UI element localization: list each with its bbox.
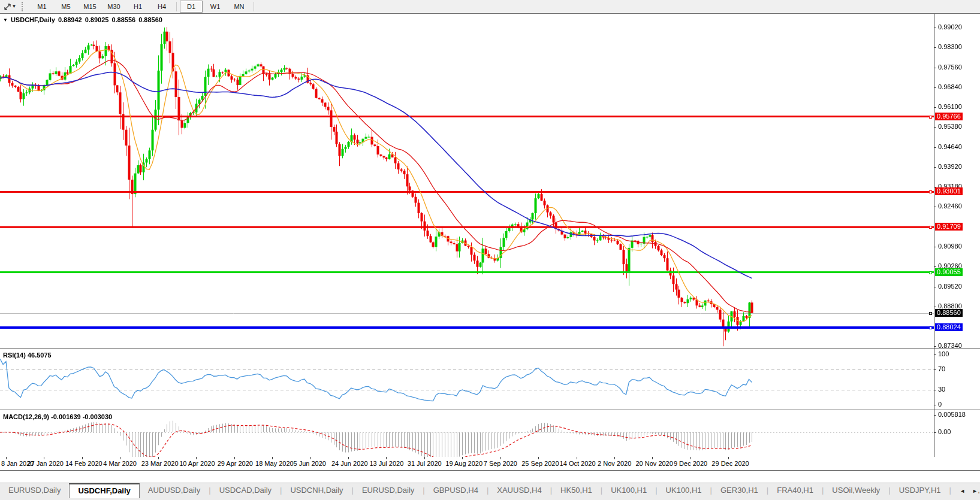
ohlc-close: 0.88560 [138, 16, 162, 23]
chart-tab-bar: EURUSD,DailyUSDCHF,DailyAUDUSD,Daily|USD… [0, 483, 980, 500]
date-tick-mark [348, 457, 349, 459]
date-axis-label: 18 May 2020 [255, 460, 294, 467]
line-anchor-marker[interactable] [929, 271, 932, 274]
date-axis-label: 4 Mar 2020 [103, 460, 137, 467]
axis-tick-mark [934, 307, 936, 307]
timeframe-button-m15[interactable]: M15 [79, 1, 101, 13]
date-axis-label: 9 Dec 2020 [674, 460, 707, 467]
line-anchor-marker[interactable] [929, 312, 932, 315]
axis-tick-mark [934, 87, 936, 88]
chart-tab-ger30-h1[interactable]: GER30,H1 [712, 483, 767, 498]
price-axis-label: 0.98300 [938, 43, 962, 50]
date-tick-mark [120, 457, 120, 459]
price-axis-label: 0.93920 [938, 163, 962, 170]
rsi-chart-canvas[interactable] [0, 349, 934, 410]
chart-tab-hk50-h1[interactable]: HK50,H1 [552, 483, 601, 498]
price-axis-label: 0.95380 [938, 123, 962, 130]
timeframe-button-m30[interactable]: M30 [102, 1, 125, 13]
left-arrow-icon[interactable]: ◄ [960, 487, 965, 495]
date-tick-mark [234, 457, 235, 459]
ohlc-high: 0.89025 [85, 16, 109, 23]
panel-divider[interactable] [0, 410, 980, 410]
chart-tab-usdcnh-daily[interactable]: USDCNH,Daily [282, 483, 351, 498]
price-badge-resistance-line: 0.93001 [935, 187, 963, 195]
axis-tick-mark [934, 432, 936, 433]
price-badge-current-price: 0.88560 [935, 309, 963, 317]
date-tick-mark [44, 457, 44, 459]
toolbar-separator [176, 2, 177, 11]
date-axis-label: 7 Sep 2020 [484, 460, 517, 467]
chart-tab-usdjpy-h1[interactable]: USDJPY,H1 [891, 483, 949, 498]
cursor-tool-icon [4, 4, 11, 10]
chart-tab-gbpusd-h4[interactable]: GBPUSD,H4 [425, 483, 487, 498]
date-tick-mark [538, 457, 539, 459]
date-axis-label: 24 Jun 2020 [331, 460, 368, 467]
line-anchor-marker[interactable] [929, 190, 932, 193]
timeframe-button-m1[interactable]: M1 [31, 1, 53, 13]
timeframe-button-h1[interactable]: H1 [126, 1, 149, 13]
cursor-tool-button[interactable]: ▼ [1, 1, 19, 12]
date-axis-label: 31 Jul 2020 [408, 460, 442, 467]
timeframe-button-m5[interactable]: M5 [55, 1, 77, 13]
chart-menu-icon[interactable]: ▼ [3, 17, 8, 23]
toolbar-grip[interactable] [22, 2, 27, 11]
line-anchor-marker[interactable] [929, 226, 932, 229]
chart-tab-usdchf-daily[interactable]: USDCHF,Daily [69, 483, 139, 498]
axis-tick-mark [934, 68, 936, 68]
date-axis-label: 29 Apr 2020 [218, 460, 253, 467]
chart-tab-usoil-weekly[interactable]: USOil,Weekly [824, 483, 888, 498]
line-anchor-marker[interactable] [929, 326, 932, 329]
panel-divider[interactable] [0, 348, 980, 349]
axis-tick-mark [934, 47, 936, 48]
toolbar-separator [254, 2, 254, 11]
date-axis-label: 10 Apr 2020 [179, 460, 215, 467]
date-tick-mark [652, 457, 653, 459]
chart-tab-eurusd-daily[interactable]: EURUSD,Daily [354, 483, 423, 498]
price-chart-canvas[interactable] [0, 14, 934, 348]
price-axis-label: 0.96840 [938, 83, 962, 90]
date-tick-mark [272, 457, 273, 459]
price-badge-support-line: 0.90055 [935, 268, 963, 276]
timeframe-button-h4[interactable]: H4 [150, 1, 173, 13]
timeframe-button-d1[interactable]: D1 [180, 1, 203, 13]
chart-tab-audusd-daily[interactable]: AUDUSD,Daily [140, 483, 209, 498]
date-axis-label: 2 Nov 2020 [598, 460, 631, 467]
ohlc-low: 0.88556 [111, 16, 135, 23]
chart-tab-usdcad-daily[interactable]: USDCAD,Daily [211, 483, 280, 498]
chart-symbol-label: USDCHF,Daily [11, 16, 55, 23]
chart-tab-uk100-h1[interactable]: UK100,H1 [602, 483, 655, 498]
tab-scroll-arrows: ◄► [955, 487, 978, 495]
axis-tick-mark [934, 390, 936, 390]
axis-tick-mark [934, 287, 936, 287]
timeframe-button-w1[interactable]: W1 [204, 1, 227, 13]
macd-axis-label: 0.005818 [938, 411, 966, 418]
date-tick-mark [386, 457, 387, 459]
rsi-indicator-label: RSI(14) 46.5075 [3, 351, 52, 359]
date-tick-mark [500, 457, 501, 459]
chart-tab-fra40-h1[interactable]: FRA40,H1 [768, 483, 822, 498]
axis-tick-mark [934, 207, 936, 207]
chart-tab-xauusd-h4[interactable]: XAUUSD,H4 [489, 483, 550, 498]
line-anchor-marker[interactable] [929, 116, 932, 119]
ohlc-open: 0.88942 [58, 16, 82, 23]
date-tick-mark [82, 457, 83, 459]
axis-tick-mark [934, 415, 936, 416]
date-axis-label: 5 Jun 2020 [294, 460, 326, 467]
date-axis-label: 13 Jul 2020 [369, 460, 403, 467]
price-axis-border [934, 14, 934, 470]
date-axis-label: 14 Feb 2020 [65, 460, 102, 467]
timeframe-buttons: M1M5M15M30H1H4D1W1MN [30, 1, 257, 13]
date-tick-mark [577, 457, 577, 459]
date-tick-mark [614, 457, 615, 459]
timeframe-button-mn[interactable]: MN [228, 1, 251, 13]
timeframe-toolbar: ▼ M1M5M15M30H1H4D1W1MN [0, 0, 980, 14]
chart-tab-eurusd-daily[interactable]: EURUSD,Daily [0, 483, 69, 498]
right-arrow-icon[interactable]: ► [972, 487, 978, 495]
axis-tick-mark [934, 28, 936, 28]
axis-tick-mark [934, 167, 936, 168]
rsi-axis-label: 70 [938, 365, 945, 372]
date-axis-label: 25 Sep 2020 [521, 460, 559, 467]
chart-tab-uk100-h1[interactable]: UK100,H1 [658, 483, 710, 498]
axis-tick-mark [934, 369, 936, 370]
price-axis-label: 0.94640 [938, 143, 962, 150]
